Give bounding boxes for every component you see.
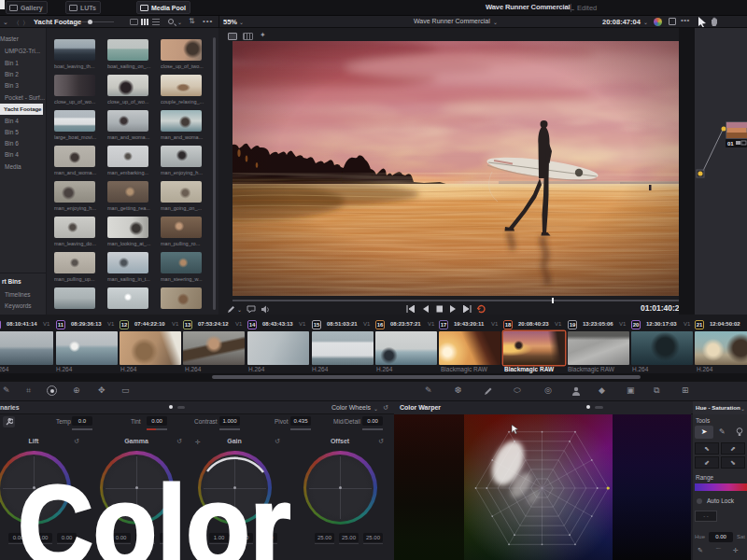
svg-text:01: 01	[727, 141, 734, 147]
